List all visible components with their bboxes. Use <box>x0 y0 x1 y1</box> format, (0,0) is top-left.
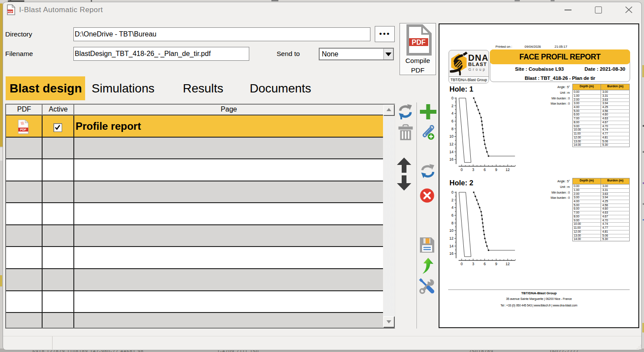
svg-text:PDF: PDF <box>7 10 13 13</box>
svg-text:0: 0 <box>452 96 454 100</box>
svg-text:12: 12 <box>505 168 510 172</box>
svg-text:8: 8 <box>452 221 454 225</box>
svg-text:PDF: PDF <box>412 39 426 46</box>
svg-text:3: 3 <box>472 168 474 172</box>
svg-text:2: 2 <box>452 104 454 108</box>
svg-text:12: 12 <box>505 262 510 266</box>
svg-text:9: 9 <box>495 168 497 172</box>
svg-text:8: 8 <box>452 127 454 131</box>
svg-text:BLAST: BLAST <box>468 62 487 67</box>
svg-text:10: 10 <box>449 228 454 233</box>
svg-text:16: 16 <box>449 251 454 256</box>
svg-text:6: 6 <box>484 168 486 172</box>
svg-text:12: 12 <box>449 142 454 146</box>
svg-text:6: 6 <box>452 213 454 217</box>
svg-text:4: 4 <box>452 111 454 115</box>
svg-text:6: 6 <box>484 262 486 266</box>
svg-text:0: 0 <box>461 168 463 172</box>
svg-text:14: 14 <box>449 150 454 154</box>
svg-text:16: 16 <box>449 157 454 161</box>
svg-text:4: 4 <box>452 205 454 210</box>
svg-text:9: 9 <box>495 262 497 266</box>
svg-text:0: 0 <box>452 190 454 194</box>
svg-text:2: 2 <box>452 198 454 202</box>
svg-text:10: 10 <box>449 134 454 138</box>
svg-text:14: 14 <box>449 244 454 248</box>
svg-text:6: 6 <box>452 119 454 123</box>
svg-text:0: 0 <box>461 262 463 266</box>
svg-text:Group: Group <box>469 67 487 72</box>
svg-text:PDF: PDF <box>20 128 27 131</box>
svg-text:12: 12 <box>449 236 454 240</box>
svg-text:3: 3 <box>472 262 474 266</box>
